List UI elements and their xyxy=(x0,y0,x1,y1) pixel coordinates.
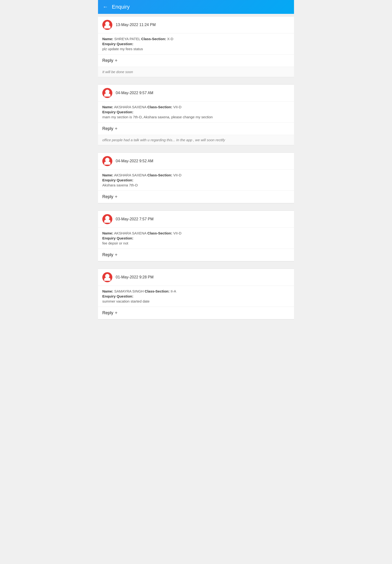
card-body: Name: AKSHARA SAXENA Class-Section: VII-… xyxy=(98,102,294,123)
enquiry-card: 13-May-2022 11:24 PM Name: SHREYA PATEL … xyxy=(98,16,294,77)
avatar xyxy=(102,272,112,282)
card-header: 03-May-2022 7:57 PM xyxy=(98,211,294,228)
enquiry-question-label: Enquiry Question: xyxy=(102,294,290,298)
enquiry-question-text: Akshara saxena 7th-D xyxy=(102,183,290,187)
class-section-value: VII-D xyxy=(173,173,182,177)
card-body: Name: AKSHARA SAXENA Class-Section: VII-… xyxy=(98,170,294,191)
plus-icon: + xyxy=(115,310,118,316)
reply-text: office people had a talk with u regardin… xyxy=(102,138,225,142)
card-body: Name: SHREYA PATEL Class-Section: X-D En… xyxy=(98,33,294,55)
timestamp: 13-May-2022 11:24 PM xyxy=(116,23,156,27)
enquiry-question-text: mam my section is 7th-D, Akshara saxena,… xyxy=(102,115,290,119)
card-spacer xyxy=(98,264,294,266)
enquiry-question-label: Enquiry Question: xyxy=(102,42,290,46)
avatar xyxy=(102,214,112,224)
class-section-label: Class-Section: xyxy=(147,231,172,235)
card-body: Name: AKSHARA SAXENA Class-Section: VII-… xyxy=(98,228,294,249)
timestamp: 03-May-2022 7:57 PM xyxy=(116,217,154,221)
student-name: AKSHARA SAXENA xyxy=(114,231,147,235)
app-header: ← Enquiry xyxy=(98,0,294,14)
reply-label: Reply xyxy=(102,58,113,63)
student-name: AKSHARA SAXENA xyxy=(114,173,147,177)
reply-section: Reply + xyxy=(98,191,294,203)
card-header: 04-May-2022 9:57 AM xyxy=(98,85,294,102)
name-line: Name: AKSHARA SAXENA Class-Section: VII-… xyxy=(102,105,290,109)
student-name: SAMAYRA SINGH xyxy=(114,289,145,293)
enquiry-question-label: Enquiry Question: xyxy=(102,236,290,240)
avatar xyxy=(102,156,112,166)
name-label: Name: xyxy=(102,105,113,109)
card-spacer xyxy=(98,148,294,150)
reply-button[interactable]: Reply + xyxy=(102,194,118,200)
reply-button[interactable]: Reply + xyxy=(102,58,118,63)
reply-label: Reply xyxy=(102,126,113,131)
enquiry-question-label: Enquiry Question: xyxy=(102,110,290,114)
class-section-label: Class-Section: xyxy=(147,173,172,177)
name-line: Name: SHREYA PATEL Class-Section: X-D xyxy=(102,37,290,41)
class-section-value: VII-D xyxy=(173,105,182,109)
card-header: 01-May-2022 9:28 PM xyxy=(98,269,294,286)
avatar xyxy=(102,88,112,98)
timestamp: 04-May-2022 9:57 AM xyxy=(116,91,153,95)
enquiry-question-label: Enquiry Question: xyxy=(102,178,290,182)
class-section-value: VII-D xyxy=(173,231,182,235)
enquiry-card: 01-May-2022 9:28 PM Name: SAMAYRA SINGH … xyxy=(98,269,294,319)
reply-section: Reply + xyxy=(98,123,294,135)
class-section-value: II-A xyxy=(171,289,176,293)
name-line: Name: AKSHARA SAXENA Class-Section: VII-… xyxy=(102,173,290,177)
plus-icon: + xyxy=(115,194,118,200)
enquiry-card: 04-May-2022 9:52 AM Name: AKSHARA SAXENA… xyxy=(98,152,294,203)
card-spacer xyxy=(98,206,294,208)
name-label: Name: xyxy=(102,289,113,293)
name-label: Name: xyxy=(102,231,113,235)
name-line: Name: SAMAYRA SINGH Class-Section: II-A xyxy=(102,289,290,293)
class-section-label: Class-Section: xyxy=(145,289,169,293)
name-label: Name: xyxy=(102,173,113,177)
class-section-value: X-D xyxy=(167,37,173,41)
reply-button[interactable]: Reply + xyxy=(102,310,118,316)
reply-label: Reply xyxy=(102,310,113,316)
reply-label: Reply xyxy=(102,252,113,257)
timestamp: 01-May-2022 9:28 PM xyxy=(116,275,154,279)
reply-section: Reply + xyxy=(98,249,294,261)
page-title: Enquiry xyxy=(112,4,130,10)
reply-button[interactable]: Reply + xyxy=(102,252,118,258)
back-button[interactable]: ← xyxy=(103,4,108,10)
student-name: SHREYA PATEL xyxy=(114,37,141,41)
class-section-label: Class-Section: xyxy=(141,37,166,41)
reply-text-section: office people had a talk with u regardin… xyxy=(98,135,294,145)
plus-icon: + xyxy=(115,252,118,258)
reply-section: Reply + xyxy=(98,307,294,319)
enquiry-card: 04-May-2022 9:57 AM Name: AKSHARA SAXENA… xyxy=(98,84,294,145)
card-body: Name: SAMAYRA SINGH Class-Section: II-A … xyxy=(98,286,294,307)
plus-icon: + xyxy=(115,126,118,131)
name-label: Name: xyxy=(102,37,113,41)
enquiry-list: 13-May-2022 11:24 PM Name: SHREYA PATEL … xyxy=(98,16,294,319)
avatar xyxy=(102,20,112,30)
enquiry-question-text: plz update my fees status xyxy=(102,47,290,51)
reply-text-section: It will be done soon xyxy=(98,67,294,77)
reply-section: Reply + xyxy=(98,55,294,67)
class-section-label: Class-Section: xyxy=(147,105,172,109)
student-name: AKSHARA SAXENA xyxy=(114,105,147,109)
reply-label: Reply xyxy=(102,194,113,199)
timestamp: 04-May-2022 9:52 AM xyxy=(116,159,153,163)
enquiry-question-text: fee depsir or not xyxy=(102,241,290,245)
enquiry-question-text: summer vacation started date xyxy=(102,299,290,303)
enquiry-card: 03-May-2022 7:57 PM Name: AKSHARA SAXENA… xyxy=(98,210,294,261)
card-header: 13-May-2022 11:24 PM xyxy=(98,16,294,33)
card-header: 04-May-2022 9:52 AM xyxy=(98,153,294,170)
plus-icon: + xyxy=(115,58,118,63)
name-line: Name: AKSHARA SAXENA Class-Section: VII-… xyxy=(102,231,290,235)
reply-text: It will be done soon xyxy=(102,70,133,74)
reply-button[interactable]: Reply + xyxy=(102,126,118,131)
card-spacer xyxy=(98,80,294,82)
